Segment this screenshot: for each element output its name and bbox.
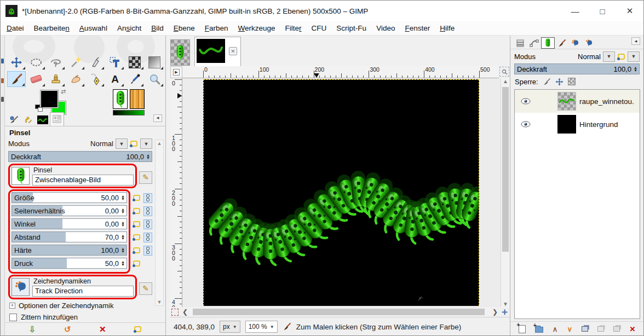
anchor-layer-button[interactable] [597, 326, 604, 332]
hscroll-thumb[interactable] [193, 309, 485, 315]
clone-tool[interactable] [47, 71, 65, 87]
param-spinner[interactable]: ▲▼ [120, 245, 126, 255]
horizontal-scrollbar[interactable] [189, 308, 491, 316]
vscroll-thumb[interactable] [502, 87, 509, 252]
menu-item-fenster[interactable]: Fenster [400, 22, 435, 34]
param-reset-icon[interactable] [133, 208, 140, 214]
layer-row-1[interactable]: Hintergrund [515, 113, 640, 136]
pattern-fill-tool[interactable] [125, 54, 144, 70]
new-group-button[interactable] [535, 325, 543, 333]
param-reset-icon[interactable] [133, 260, 140, 267]
edit-dynamics-button[interactable]: ✎ [139, 282, 152, 295]
tab-layers[interactable] [514, 37, 527, 49]
tab-paintbrush[interactable] [555, 37, 568, 49]
param-slider-1[interactable]: Seitenverhältnis0,00▲▼ [12, 205, 127, 216]
tab-dynamics-editor[interactable] [582, 37, 596, 49]
dock-collapse-button[interactable]: ◄ [631, 37, 640, 45]
tab-history[interactable] [21, 114, 36, 126]
dynamics-name-field[interactable]: Track Direction [32, 286, 134, 297]
toolbox-collapse-button[interactable]: ◄ [153, 114, 162, 122]
zoom-dropdown[interactable]: 100 %▼ [245, 321, 278, 333]
minimize-button[interactable]: — [561, 1, 589, 21]
layer-thumbnail[interactable] [557, 92, 576, 111]
mode-dropdown[interactable]: ▼ [116, 138, 128, 149]
scroll-right-icon[interactable]: ❯ [491, 309, 499, 315]
opacity-spinner[interactable]: ▲▼ [145, 152, 151, 161]
active-brush-preview[interactable] [113, 89, 128, 109]
dynamics-thumbnail[interactable] [12, 278, 30, 296]
param-slider-2[interactable]: Winkel0,00▲▼ [12, 218, 127, 229]
default-colors-icon[interactable] [35, 105, 44, 112]
eraser-tool[interactable] [27, 71, 45, 87]
menu-item-video[interactable]: Video [371, 22, 400, 34]
smudge-tool[interactable] [66, 71, 85, 87]
menu-item-ebene[interactable]: Ebene [169, 22, 200, 34]
horizontal-ruler[interactable]: 0100200300400500 [182, 66, 499, 78]
zoom-tool[interactable] [145, 71, 164, 87]
visibility-eye-icon[interactable] [519, 98, 532, 105]
menu-item-bild[interactable]: Bild [146, 22, 169, 34]
param-spinner[interactable]: ▲▼ [120, 193, 126, 202]
lock-alpha-icon[interactable] [568, 78, 576, 85]
layer-mode-extra-dropdown[interactable]: ▼ [628, 51, 640, 62]
lock-position-icon[interactable] [555, 78, 564, 86]
restore-options-button[interactable]: ↺ [64, 325, 71, 334]
layer-mode-dropdown[interactable]: ▼ [603, 51, 615, 62]
gradient-tool[interactable] [145, 54, 164, 70]
image-tab-active[interactable]: ✕ [194, 37, 241, 66]
maximize-button[interactable]: □ [589, 1, 616, 21]
dynamics-options-expander[interactable]: + Optionen der Zeichendynamik [9, 301, 152, 310]
param-chain-icon[interactable] [143, 233, 152, 242]
param-spinner[interactable]: ▲▼ [120, 258, 126, 268]
zoom-follow-window-button[interactable] [499, 67, 509, 77]
opacity-slider[interactable]: Deckkraft 100,0 ▲▼ [8, 151, 152, 162]
text-tool[interactable]: A [106, 71, 124, 87]
menu-item-farben[interactable]: Farben [200, 22, 233, 34]
reset-options-button[interactable] [134, 326, 141, 332]
param-chain-icon[interactable] [143, 219, 152, 229]
param-slider-0[interactable]: Größe50,00▲▼ [12, 192, 127, 203]
transform-tool[interactable] [106, 54, 124, 70]
layer-thumbnail[interactable] [557, 115, 576, 134]
pan-view-icon[interactable]: ✛ [499, 308, 510, 316]
tab-image-thumbnail[interactable] [36, 114, 50, 126]
layer-opacity-slider[interactable]: Deckkraft 100,0 ▲▼ [514, 63, 640, 74]
close-button[interactable]: ✕ [616, 1, 643, 21]
param-slider-4[interactable]: Härte100,0▲▼ [12, 245, 127, 256]
ellipse-select-tool[interactable] [27, 54, 45, 70]
tab-paths[interactable] [527, 37, 541, 49]
lower-layer-button[interactable]: ∨ [567, 325, 572, 333]
jitter-checkbox-row[interactable]: Zittern hinzufügen [9, 312, 152, 322]
brush-name-field[interactable]: Zwischenablage-Bild [32, 175, 134, 186]
menu-item-cfu[interactable]: CFU [307, 22, 332, 34]
quickmask-toggle[interactable] [171, 309, 179, 316]
layer-mode-reset-icon[interactable] [618, 54, 625, 60]
delete-layer-button[interactable]: ✕ [629, 325, 635, 333]
unit-dropdown[interactable]: px▼ [220, 321, 240, 333]
menu-item-scriptfu[interactable]: Script-Fu [331, 22, 371, 34]
raise-layer-button[interactable]: ∧ [553, 325, 558, 333]
close-image-icon[interactable]: ✕ [229, 47, 237, 55]
param-reset-icon[interactable] [133, 221, 140, 227]
scroll-left-icon[interactable]: ❮ [181, 309, 189, 315]
tool-options-scrollbar[interactable]: ▲▼ [155, 140, 164, 306]
param-spinner[interactable]: ▲▼ [120, 232, 126, 242]
visibility-eye-icon[interactable] [519, 121, 532, 128]
merge-layer-button[interactable] [613, 326, 620, 332]
param-chain-icon[interactable] [143, 246, 152, 256]
param-reset-icon[interactable] [133, 195, 140, 201]
image-tab-brush[interactable] [170, 39, 190, 66]
delete-options-button[interactable]: ✕ [99, 325, 106, 334]
menu-item-datei[interactable]: Datei [2, 22, 29, 34]
new-layer-button[interactable] [519, 325, 526, 333]
duplicate-layer-button[interactable] [582, 326, 588, 332]
image-canvas[interactable] [203, 79, 479, 306]
param-chain-icon[interactable] [143, 193, 152, 203]
mode-extra-dropdown[interactable]: ▼ [140, 138, 152, 149]
param-spinner[interactable]: ▲▼ [120, 219, 126, 229]
param-chain-icon[interactable] [143, 206, 152, 216]
vertical-ruler[interactable]: 01 0 02 0 03 0 04 0 0 [170, 78, 182, 307]
param-slider-5[interactable]: Druck50,0▲▼ [12, 258, 127, 269]
vertical-scrollbar[interactable]: ▲▼ [501, 78, 510, 307]
swap-colors-icon[interactable]: ⇄ [61, 88, 66, 95]
